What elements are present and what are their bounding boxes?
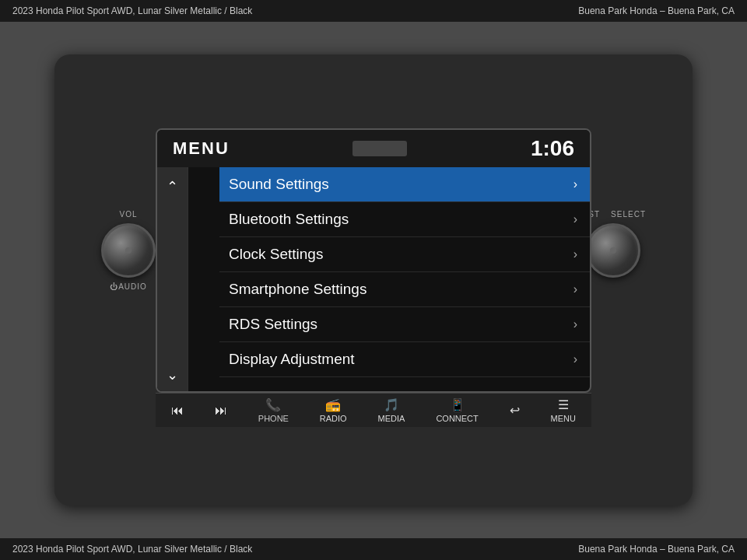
prev-track-icon: ⏮ (171, 404, 184, 418)
media-icon: 🎵 (384, 397, 399, 412)
screen-header: MENU 1:06 (157, 130, 590, 167)
menu-item[interactable]: Smartphone Settings › (219, 272, 590, 307)
left-knob-area: VOL ⏻AUDIO (101, 210, 156, 291)
controls-strip: ⏮ ⏭ 📞 PHONE 📻 RADIO 🎵 MEDIA 📱 CONNECT (156, 393, 591, 427)
main-area: VOL ⏻AUDIO LIST SELECT MENU 1:06 (0, 22, 747, 538)
top-bar: 2023 Honda Pilot Sport AWD, Lunar Silver… (0, 0, 747, 22)
media-label: MEDIA (378, 414, 405, 423)
menu-item-text: Clock Settings (229, 246, 323, 263)
infotainment-screen: MENU 1:06 ⌃ ⌄ Sound Settings › Bluetooth… (156, 128, 591, 393)
scroll-up-arrow[interactable]: ⌃ (167, 178, 178, 195)
menu-icon: ☰ (558, 397, 569, 412)
connect-label: CONNECT (436, 414, 478, 423)
menu-item[interactable]: Clock Settings › (219, 237, 590, 272)
screen-time: 1:06 (531, 136, 574, 161)
audio-label: ⏻AUDIO (110, 282, 147, 291)
connect-button[interactable]: 📱 CONNECT (436, 397, 478, 423)
next-track-button[interactable]: ⏭ (215, 404, 227, 418)
radio-label: RADIO (320, 414, 347, 423)
menu-label: MENU (551, 414, 576, 423)
top-bar-left-text: 2023 Honda Pilot Sport AWD, Lunar Silver… (12, 5, 252, 16)
vol-label: VOL (119, 210, 137, 219)
menu-item-arrow: › (573, 247, 577, 261)
select-label: SELECT (611, 210, 646, 219)
screen-title: MENU (173, 138, 230, 159)
menu-item-text: Bluetooth Settings (229, 211, 349, 228)
connect-icon: 📱 (450, 397, 465, 412)
phone-icon: 📞 (265, 397, 281, 412)
right-knob[interactable] (586, 223, 640, 278)
menu-item-arrow: › (573, 177, 577, 191)
menu-item-arrow: › (573, 352, 577, 366)
scroll-indicator: ⌃ ⌄ (157, 167, 188, 393)
menu-item-arrow: › (573, 282, 577, 296)
menu-item-text: Sound Settings (229, 176, 329, 193)
menu-item[interactable]: Sound Settings › (219, 167, 590, 202)
bottom-bar: 2023 Honda Pilot Sport AWD, Lunar Silver… (0, 538, 747, 560)
bottom-bar-right-text: Buena Park Honda – Buena Park, CA (578, 544, 735, 555)
prev-track-button[interactable]: ⏮ (171, 404, 184, 418)
bottom-bar-left-text: 2023 Honda Pilot Sport AWD, Lunar Silver… (12, 544, 252, 555)
back-button[interactable]: ↩ (510, 403, 520, 418)
left-knob[interactable] (101, 223, 156, 278)
back-icon: ↩ (510, 403, 520, 418)
status-box (352, 141, 407, 156)
menu-item[interactable]: RDS Settings › (219, 307, 590, 342)
next-track-icon: ⏭ (215, 404, 227, 418)
menu-item[interactable]: Display Adjustment › (219, 342, 590, 377)
radio-icon: 📻 (325, 397, 341, 412)
menu-item[interactable]: Bluetooth Settings › (219, 202, 590, 237)
menu-item-arrow: › (573, 317, 577, 331)
menu-button[interactable]: ☰ MENU (551, 397, 576, 423)
media-button[interactable]: 🎵 MEDIA (378, 397, 405, 423)
menu-item-text: Display Adjustment (229, 351, 355, 368)
phone-label: PHONE (258, 414, 289, 423)
car-unit: VOL ⏻AUDIO LIST SELECT MENU 1:06 (54, 54, 693, 506)
menu-item-text: Smartphone Settings (229, 281, 366, 298)
top-bar-right-text: Buena Park Honda – Buena Park, CA (578, 5, 735, 16)
scroll-down-arrow[interactable]: ⌄ (167, 366, 178, 383)
phone-button[interactable]: 📞 PHONE (258, 397, 289, 423)
menu-list: Sound Settings › Bluetooth Settings › Cl… (219, 167, 590, 393)
screen-body: ⌃ ⌄ Sound Settings › Bluetooth Settings … (157, 167, 590, 393)
menu-item-text: RDS Settings (229, 316, 317, 333)
menu-item-arrow: › (573, 212, 577, 226)
radio-button[interactable]: 📻 RADIO (320, 397, 347, 423)
